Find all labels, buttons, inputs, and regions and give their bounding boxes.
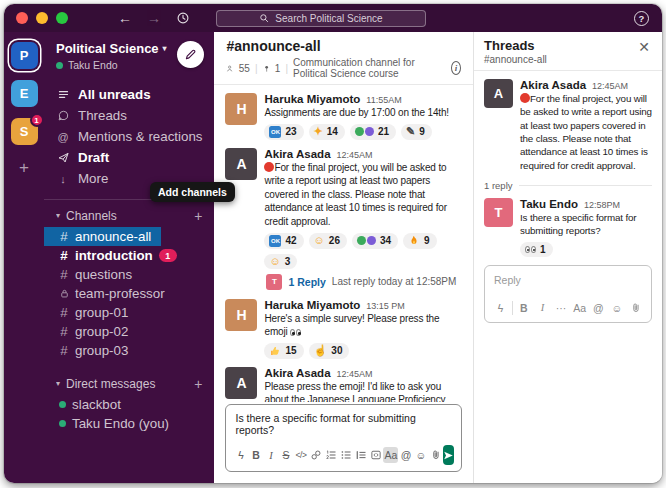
channel-item-questions[interactable]: #questions xyxy=(44,265,142,284)
close-window-button[interactable] xyxy=(16,12,28,24)
message-author[interactable]: Akira Asada xyxy=(520,79,586,91)
add-workspace-button[interactable]: + xyxy=(19,159,29,176)
workspace-tile-s[interactable]: S1 xyxy=(11,118,38,145)
toolbar-emoji-button[interactable]: ☺ xyxy=(609,300,624,316)
channels-section-header[interactable]: ▾ Channels + xyxy=(44,204,214,227)
minimize-window-button[interactable] xyxy=(36,12,48,24)
toolbar-italic-button[interactable]: I xyxy=(535,300,550,316)
dm-item-taku-endo-you-[interactable]: Taku Endo (you) xyxy=(44,414,179,433)
add-dm-button[interactable]: + xyxy=(194,377,202,391)
message-timestamp[interactable]: 12:58PM xyxy=(584,200,620,210)
toolbar-emoji-button[interactable]: ☺ xyxy=(413,447,428,463)
reaction-pill[interactable]: 9 xyxy=(403,233,437,249)
toolbar-attach-button[interactable] xyxy=(428,447,443,463)
message-author[interactable]: Taku Endo xyxy=(520,198,578,210)
add-channel-button[interactable]: + xyxy=(194,209,202,223)
channel-item-team-professor[interactable]: team-professor xyxy=(44,284,175,303)
reaction-pill[interactable]: 34 xyxy=(352,233,398,249)
toolbar-format-button[interactable]: Aa xyxy=(572,300,587,316)
toolbar-lightning-button[interactable]: ϟ xyxy=(493,300,508,316)
slack-window: ← → Search Political Science ? PES1+ Pol… xyxy=(4,4,662,483)
channel-item-announce-all[interactable]: #announce-all xyxy=(44,227,161,246)
message: AAkira Asada12:45AMFor the final project… xyxy=(225,148,462,291)
toolbar-code-button[interactable]: </> xyxy=(293,447,308,463)
compose-button[interactable] xyxy=(177,41,204,68)
message-text: For the final project, you will be asked… xyxy=(520,92,652,172)
message-author[interactable]: Akira Asada xyxy=(264,367,330,379)
info-icon: i xyxy=(455,63,458,73)
toolbar-format-button[interactable]: Aa xyxy=(383,447,398,463)
channel-info-button[interactable]: i xyxy=(451,61,461,75)
reaction-pill[interactable]: 21 xyxy=(350,124,396,140)
message-author[interactable]: Haruka Miyamoto xyxy=(264,299,360,311)
sidebar-item-mentions-reactions[interactable]: @Mentions & reactions xyxy=(44,126,214,147)
channel-item-group-01[interactable]: #group-01 xyxy=(44,303,138,322)
reaction-pill[interactable]: 15 xyxy=(264,343,303,359)
workspace-tile-e[interactable]: E xyxy=(11,80,38,107)
reaction-pill[interactable]: OK23 xyxy=(264,124,303,140)
workspace-menu-button[interactable]: Political Science ▾ xyxy=(56,41,167,56)
message-timestamp[interactable]: 12:45AM xyxy=(592,81,628,91)
reaction-row: OK23✦1421✎9 xyxy=(264,124,462,140)
toolbar-blockquote-button[interactable] xyxy=(353,447,368,463)
zoom-window-button[interactable] xyxy=(56,12,68,24)
toolbar-strikethrough-button[interactable]: S xyxy=(278,447,293,463)
message-timestamp[interactable]: 12:45AM xyxy=(337,150,373,160)
search-bar[interactable]: Search Political Science xyxy=(216,10,426,27)
workspace-tile-p[interactable]: P xyxy=(11,42,38,69)
history-back-button[interactable]: ← xyxy=(118,11,132,25)
message-timestamp[interactable]: 11:55AM xyxy=(366,95,401,105)
dm-item-slackbot[interactable]: slackbot xyxy=(44,395,131,414)
thread-reply-bar[interactable]: T1 ReplyLast reply today at 12:58PM xyxy=(264,273,458,291)
history-forward-button[interactable]: → xyxy=(147,11,161,25)
toolbar-mention-button[interactable]: @ xyxy=(591,300,606,316)
channel-name: announce-all xyxy=(75,229,151,244)
channel-topic[interactable]: Communication channel for Political Scie… xyxy=(293,57,446,79)
history-button[interactable] xyxy=(176,11,190,25)
channel-item-group-02[interactable]: #group-02 xyxy=(44,322,138,341)
thread-reply-input[interactable]: Reply xyxy=(485,266,651,297)
channel-item-group-03[interactable]: #group-03 xyxy=(44,341,138,360)
message-author[interactable]: Haruka Miyamoto xyxy=(264,93,360,105)
message-author[interactable]: Akira Asada xyxy=(264,148,330,160)
channel-item-introduction[interactable]: #introduction1 xyxy=(44,246,187,265)
sidebar-item-all-unreads[interactable]: All unreads xyxy=(44,84,163,105)
toolbar-italic-button[interactable]: I xyxy=(263,447,278,463)
members-count[interactable]: 55 xyxy=(239,63,250,74)
message-timestamp[interactable]: 13:15 PM xyxy=(366,301,405,311)
toolbar-bold-button[interactable]: B xyxy=(516,300,531,316)
close-threads-button[interactable]: ✕ xyxy=(636,38,652,56)
reaction-pill[interactable]: ✦14 xyxy=(309,124,345,140)
reaction-pill[interactable]: ✎9 xyxy=(401,124,432,140)
hash-icon: # xyxy=(59,248,69,263)
toolbar-bold-button[interactable]: B xyxy=(248,447,263,463)
toolbar-ordered-list-button[interactable] xyxy=(323,447,338,463)
clock-icon xyxy=(176,11,190,25)
send-button[interactable] xyxy=(443,445,454,465)
toolbar-lightning-button[interactable]: ϟ xyxy=(233,447,248,463)
reaction-pill[interactable]: 1 xyxy=(520,242,553,257)
toolbar-attach-button[interactable] xyxy=(628,300,643,316)
message-timestamp[interactable]: 12:45AM xyxy=(337,369,373,379)
reaction-pill[interactable]: ☝30 xyxy=(309,343,350,359)
toolbar-code-block-button[interactable] xyxy=(368,447,383,463)
bow-pair-emoji xyxy=(355,127,374,136)
toolbar-mention-button[interactable]: @ xyxy=(398,447,413,463)
dms-section-header[interactable]: ▾ Direct messages + xyxy=(44,372,214,395)
toolbar-more-button[interactable]: ··· xyxy=(554,300,569,316)
sidebar-item-more[interactable]: ↓More xyxy=(44,168,120,189)
reaction-pill[interactable]: ☺26 xyxy=(309,233,347,249)
reaction-pill[interactable]: OK42 xyxy=(264,233,303,249)
toolbar-bulleted-list-button[interactable] xyxy=(338,447,353,463)
sidebar-item-threads[interactable]: Threads xyxy=(44,105,139,126)
toolbar-link-button[interactable] xyxy=(308,447,323,463)
message-input[interactable]: Is there a specific format for submittin… xyxy=(226,405,461,442)
help-button[interactable]: ? xyxy=(634,11,649,26)
sidebar-item-draft[interactable]: Draft xyxy=(44,147,121,168)
reply-count-divider: 1 reply xyxy=(484,180,652,191)
pins-count[interactable]: 1 xyxy=(275,63,281,74)
channel-name: team-professor xyxy=(75,286,165,301)
reaction-pill[interactable]: ☺3 xyxy=(264,254,297,269)
workspace-name: Political Science xyxy=(56,41,159,56)
send-icon xyxy=(443,450,454,461)
